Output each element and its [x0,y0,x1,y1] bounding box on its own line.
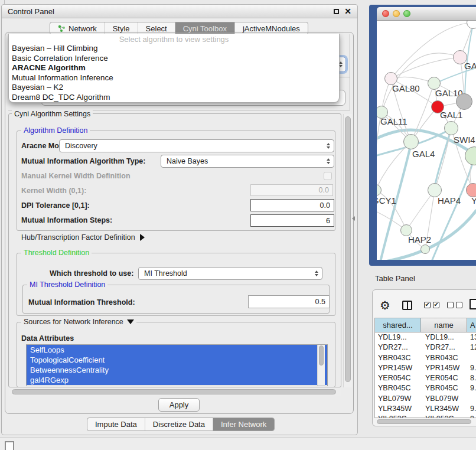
network-canvas[interactable]: GALGAL80GAL10GAL1GAL11SWI4GAL4GCY1HAP4YH… [377,21,476,260]
aracne-mode-combobox[interactable]: Discovery [59,139,334,152]
table-row[interactable]: YER054CYER054C8. [375,373,476,383]
tab-impute-data[interactable]: Impute Data [87,418,145,431]
sources-title: Sources for Network Inference [24,318,123,326]
which-threshold-combobox[interactable]: MI Threshold [138,267,322,280]
algorithm-dropdown-popup: Select algorithm to view settings Bayesi… [8,34,340,103]
mi-steps-label: Mutual Information Steps: [21,216,112,224]
app-screen: Control Panel ✕ Network Style Select [0,0,476,450]
list-item[interactable]: TopologicalCoefficient [27,355,327,365]
mi-threshold-field[interactable]: 0.5 [248,295,330,308]
checkbox-checked-icon [424,302,431,308]
close-window-icon[interactable] [382,10,389,17]
algorithm-option[interactable]: Bayesian – Hill Climbing [9,44,339,54]
table-cell: 9. [467,383,476,393]
float-panel-icon[interactable] [334,9,339,14]
algorithm-option-selected[interactable]: ARACNE Algorithm [9,63,339,73]
mi-steps-field[interactable]: 6 [250,214,334,227]
gear-icon[interactable]: ⚙ [380,298,390,312]
list-item[interactable]: gal4RGexp [27,375,327,385]
hub-definition-expander[interactable]: Hub/Transcription Factor Definition [21,233,145,242]
network-view-window: GALGAL80GAL10GAL1GAL11SWI4GAL4GCY1HAP4YH… [369,5,476,266]
table-cell: YBL079W [375,394,421,404]
settings-vertical-scrollbar[interactable] [343,114,352,387]
combo-stepper-icon [315,270,318,277]
cyni-bottom-tabs: Impute Data Discretize Data Infer Networ… [87,418,275,431]
table-cell: 9. [467,363,476,373]
network-node[interactable] [444,121,458,135]
algorithm-option[interactable]: Mutual Information Inference [9,73,339,83]
table-cell: YDL19... [375,332,421,343]
mi-type-combobox[interactable]: Naive Bayes [161,155,334,168]
table-horizontal-scrollbar[interactable] [376,419,474,425]
mi-type-value: Naive Bayes [167,157,327,165]
table-row[interactable]: YBR043CYBR043C [375,353,476,363]
table-row[interactable]: YPR145WYPR145W9. [375,363,476,373]
tab-label: Discretize Data [153,420,205,429]
table-row[interactable]: YBL079WYBL079W [375,394,476,404]
scrollbar-thumb[interactable] [319,345,324,366]
list-item[interactable]: BetweennessCentrality [27,365,327,375]
network-window-titlebar[interactable] [377,7,476,21]
docked-panel-icon[interactable] [5,441,14,450]
tab-discretize-data[interactable]: Discretize Data [145,418,213,431]
settings-horizontal-scrollbar[interactable] [9,388,341,396]
table-cell: 9. [467,404,476,414]
table-cell: YBR043C [375,353,421,363]
splitter-collapse-icon[interactable] [352,216,355,221]
network-icon [58,25,66,32]
list-item[interactable]: SelfLoops [27,345,327,355]
table-row[interactable]: YIL053CYIL053C9. [375,414,476,418]
unchecked-boxes-icon[interactable] [447,302,462,308]
algorithm-option[interactable]: Bayesian – K2 [9,83,339,93]
manual-kernel-label: Manual Kernel Width Definition [21,172,131,180]
tab-label: Impute Data [95,420,137,429]
network-node[interactable] [420,244,430,254]
node-label: GAL [464,61,476,71]
scrollbar-thumb[interactable] [12,389,336,394]
table-row[interactable]: YLR345WYLR345W9. [375,404,476,414]
node-label: GAL4 [412,149,435,159]
table-header: shared... name A [375,318,476,332]
algorithm-option[interactable]: Dream8 DC_TDC Algorithm [9,93,339,103]
column-header[interactable]: shared... [375,318,421,332]
table-cell: 9. [467,414,476,418]
scrollbar-thumb[interactable] [377,419,471,424]
kernel-width-field[interactable]: 0.0 [250,184,333,196]
node-label: GCY1 [377,195,396,206]
column-header[interactable]: A [467,318,476,332]
split-panel-icon[interactable] [402,301,412,310]
zoom-window-icon[interactable] [403,10,410,17]
node-table: shared... name A YDL19...YDL19...13YDR27… [374,318,476,418]
minimize-window-icon[interactable] [393,10,400,17]
checked-boxes-icon[interactable] [424,302,439,308]
apply-button[interactable]: Apply [158,398,200,412]
table-cell: 12 [467,343,476,353]
threshold-definition-title: Threshold Definition [21,249,92,257]
network-node[interactable] [403,134,419,149]
table-row[interactable]: YDR27...YDR27...12 [375,343,476,353]
table-row[interactable]: YBR045CYBR045C9. [375,383,476,393]
groupbox-edge-fragment [350,34,350,110]
table-cell: YDR27... [375,343,421,353]
hub-definition-label: Hub/Transcription Factor Definition [21,233,135,242]
column-header[interactable]: name [421,318,467,332]
table-panel-title: Table Panel [375,274,415,283]
close-panel-icon[interactable]: ✕ [344,8,351,14]
scrollbar-thumb[interactable] [345,116,351,382]
attributes-list-scrollbar[interactable] [317,345,325,386]
network-node[interactable] [456,93,472,110]
table-cell: YER054C [375,373,421,383]
which-threshold-label: Which threshold to use: [50,269,133,278]
aracne-mode-value: Discovery [65,142,327,150]
manual-kernel-checkbox[interactable] [324,172,332,180]
table-cell: YBR045C [375,383,421,393]
combo-stepper-icon [327,158,330,165]
page-icon[interactable] [470,299,476,309]
table-row[interactable]: YDL19...YDL19...13 [375,332,476,343]
table-cell: YDR27... [421,343,467,353]
dpi-tolerance-field[interactable]: 0.0 [250,199,334,211]
algorithm-option[interactable]: Basic Correlation Inference [9,54,339,64]
table-cell: YIL053C [421,414,467,418]
tab-infer-network[interactable]: Infer Network [213,418,274,431]
sources-expander[interactable]: Sources for Network Inference [21,318,136,326]
